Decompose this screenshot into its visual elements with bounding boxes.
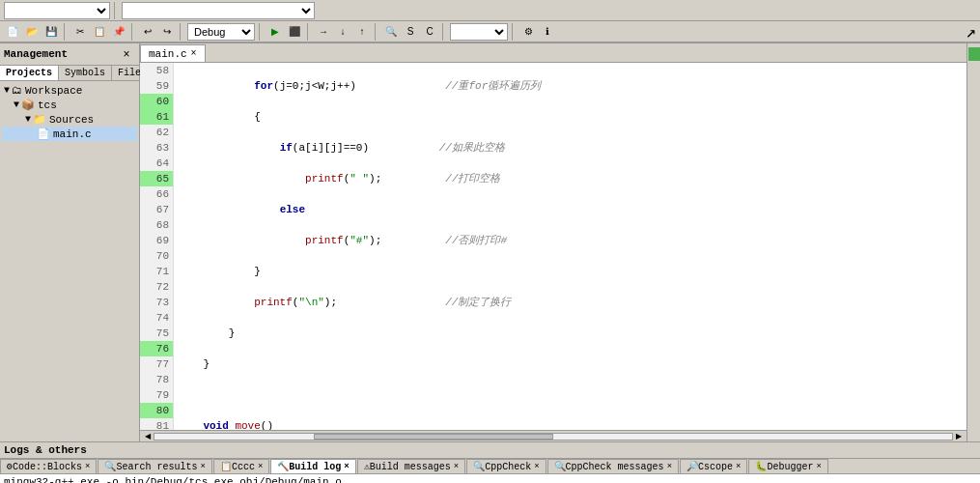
- tree-item-workspace[interactable]: ▼ 🗂 Workspace: [2, 83, 137, 98]
- replace-btn[interactable]: S: [402, 23, 419, 41]
- right-indicator-1[interactable]: [968, 47, 980, 61]
- editor-tab-mainc[interactable]: main.c ×: [140, 44, 206, 62]
- open-btn[interactable]: 📂: [23, 23, 41, 41]
- tab-projects[interactable]: Projects: [0, 66, 59, 80]
- toolbar-row-2: 📄 📂 💾 ✂ 📋 📌 ↩ ↪ Debug ▶ ⬛ → ↓ ↑ 🔍 S C ⚙ …: [0, 21, 980, 43]
- sources-label: Sources: [49, 114, 94, 126]
- search-btn[interactable]: 🔍: [382, 23, 400, 41]
- sources-expand-icon: ▼: [25, 114, 31, 125]
- copy-btn[interactable]: 📋: [91, 23, 108, 41]
- bottom-tab-debugger[interactable]: 🐛 Debugger ×: [748, 459, 827, 473]
- ln-73: 73: [140, 295, 173, 310]
- h-scrollbar[interactable]: ◀ ▶: [140, 430, 966, 441]
- sep1: [114, 2, 118, 19]
- bottom-tab-cscope-label: Cscope: [698, 462, 733, 472]
- redo-btn[interactable]: ↪: [158, 23, 176, 41]
- new-btn[interactable]: 📄: [4, 23, 21, 41]
- cursor-indicator: ↗: [966, 21, 976, 43]
- panel-close-btn[interactable]: ×: [118, 45, 135, 63]
- left-panel: Management × Projects Symbols Files ▼ 🗂 …: [0, 43, 140, 441]
- debug-next-btn[interactable]: →: [315, 23, 332, 41]
- code-line-63: printf("#"); //否则打印#: [178, 233, 966, 248]
- bottom-tab-buildmsg-label: Build messages: [370, 462, 451, 472]
- undo-btn[interactable]: ↩: [139, 23, 156, 41]
- sep6: [307, 23, 311, 41]
- workspace-icon: 🗂: [12, 84, 22, 97]
- bottom-tab-cscope-close[interactable]: ×: [736, 462, 741, 471]
- sep2: [64, 23, 68, 41]
- bottom-tab-cppcheck-label: CppCheck: [485, 462, 531, 472]
- tree-item-sources[interactable]: ▼ 📁 Sources: [2, 112, 137, 127]
- bottom-tab-cppcheck-close[interactable]: ×: [534, 462, 539, 471]
- code-line-69: void move(): [178, 418, 966, 430]
- info-btn[interactable]: ℹ: [539, 23, 556, 41]
- ln-72: 72: [140, 279, 173, 295]
- workspace-label: Workspace: [25, 85, 82, 97]
- bottom-panel-title: Logs & others: [4, 444, 87, 456]
- icon-cppcheck: 🔍: [473, 461, 485, 472]
- bottom-tab-codeblocks-close[interactable]: ×: [85, 462, 90, 471]
- tab-symbols[interactable]: Symbols: [59, 66, 112, 80]
- code-content[interactable]: for(j=0;j<W;j++) //重for循环遍历列 { if(a[i][j…: [174, 63, 966, 430]
- global-dropdown[interactable]: <global>: [4, 2, 110, 19]
- editor-area: main.c × 58 59 60 61 62 63 64 65 66 67 6…: [140, 43, 966, 441]
- bottom-tab-codeblocks[interactable]: ⚙ Code::Blocks ×: [0, 459, 97, 473]
- ln-64: 64: [140, 156, 173, 171]
- ln-69: 69: [140, 233, 173, 248]
- scroll-right-btn[interactable]: ▶: [953, 431, 965, 442]
- debug-config-dropdown[interactable]: Debug: [187, 23, 255, 41]
- ln-61: 61: [140, 109, 173, 125]
- ln-58: 58: [140, 63, 173, 78]
- bottom-tab-buildmsg-close[interactable]: ×: [454, 462, 459, 471]
- func-dropdown[interactable]: move() : void: [122, 2, 315, 19]
- tree-item-project[interactable]: ▼ 📦 tcs: [2, 98, 137, 112]
- gear-btn[interactable]: ⚙: [519, 23, 537, 41]
- ln-71: 71: [140, 264, 173, 279]
- scroll-left-btn[interactable]: ◀: [142, 431, 154, 442]
- tree-item-mainc[interactable]: 📄 main.c: [2, 127, 137, 141]
- project-expand-icon: ▼: [14, 99, 19, 110]
- icon-cccc: 📋: [220, 461, 232, 472]
- build-run-btn[interactable]: ▶: [266, 23, 284, 41]
- bottom-tab-cscope[interactable]: 🔎 Cscope ×: [680, 459, 747, 473]
- sep3: [131, 23, 135, 41]
- debug-step-btn[interactable]: ↓: [334, 23, 351, 41]
- file-icon: 📄: [37, 128, 50, 140]
- code-line-65: printf("\n"); //制定了换行: [178, 295, 966, 310]
- bottom-tab-cccc-close[interactable]: ×: [258, 462, 263, 471]
- workspace-expand-icon: ▼: [4, 85, 10, 96]
- editor-tab-close-btn[interactable]: ×: [191, 48, 197, 59]
- scrollbar-track[interactable]: [154, 433, 953, 440]
- code-line-59: {: [178, 109, 966, 125]
- project-label: tcs: [38, 99, 57, 111]
- code-line-66: }: [178, 326, 966, 341]
- bottom-tab-cppcheck-msg[interactable]: 🔍 CppCheck messages ×: [547, 459, 679, 473]
- bottom-tab-cppcheck[interactable]: 🔍 CppCheck ×: [466, 459, 546, 473]
- goto-btn[interactable]: C: [421, 23, 438, 41]
- save-btn[interactable]: 💾: [42, 23, 60, 41]
- bottom-tab-buildmsg[interactable]: ⚠ Build messages ×: [357, 459, 465, 473]
- sep7: [375, 23, 378, 41]
- view-dropdown[interactable]: [450, 23, 508, 41]
- bottom-tab-cppcheck-msg-close[interactable]: ×: [667, 462, 672, 471]
- icon-debugger: 🐛: [755, 461, 767, 472]
- panel-title: Management: [4, 48, 68, 60]
- code-editor[interactable]: 58 59 60 61 62 63 64 65 66 67 68 69 70 7…: [140, 63, 966, 430]
- ln-77: 77: [140, 356, 173, 372]
- file-label: main.c: [53, 128, 92, 140]
- cut-btn[interactable]: ✂: [71, 23, 89, 41]
- ln-63: 63: [140, 140, 173, 156]
- bottom-tabs: ⚙ Code::Blocks × 🔍 Search results × 📋 Cc…: [0, 459, 980, 474]
- stop-btn[interactable]: ⬛: [286, 23, 303, 41]
- bottom-tab-debugger-close[interactable]: ×: [816, 462, 821, 471]
- bottom-tab-search-close[interactable]: ×: [200, 462, 205, 471]
- bottom-tab-cccc[interactable]: 📋 Cccc ×: [213, 459, 269, 473]
- debug-out-btn[interactable]: ↑: [353, 23, 371, 41]
- bottom-tab-buildlog[interactable]: 🔨 Build log ×: [270, 459, 355, 473]
- scrollbar-thumb[interactable]: [314, 434, 553, 440]
- bottom-tab-buildlog-close[interactable]: ×: [344, 462, 349, 471]
- panel-tabs: Projects Symbols Files: [0, 66, 139, 81]
- sources-icon: 📁: [33, 113, 46, 126]
- bottom-tab-search[interactable]: 🔍 Search results ×: [98, 459, 211, 473]
- paste-btn[interactable]: 📌: [110, 23, 127, 41]
